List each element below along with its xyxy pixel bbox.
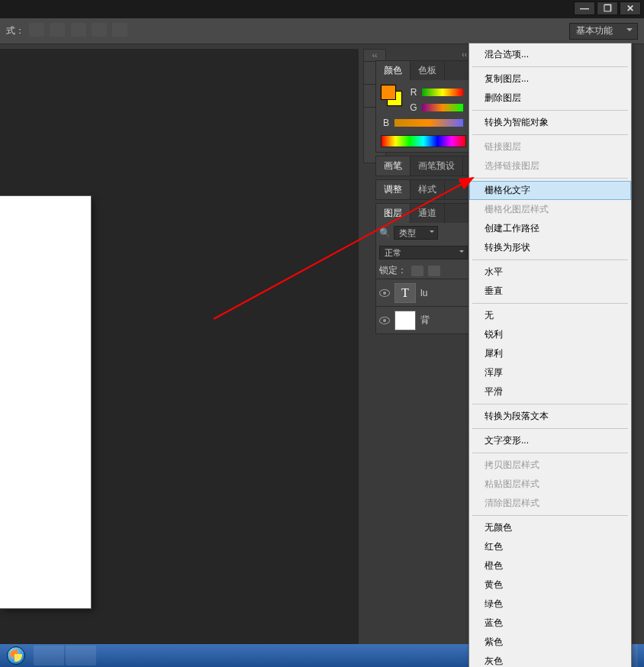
layer-name[interactable]: 背 [420, 314, 468, 327]
color-panel: 颜色 色板 R G B [375, 60, 472, 153]
g-label: G [408, 102, 419, 113]
panel-group: 颜色 色板 R G B 画笔 画笔预设 [375, 49, 472, 644]
tool-icon[interactable] [92, 23, 107, 37]
menu-item[interactable]: 转换为段落文本 [469, 407, 631, 426]
layer-item[interactable]: T lu [376, 279, 471, 306]
workspace-label: 基本功能 [576, 24, 613, 37]
tool-icon[interactable] [71, 23, 86, 37]
lock-pixels-icon[interactable] [428, 266, 440, 276]
foreground-color[interactable] [381, 85, 396, 100]
search-icon: 🔍 [379, 227, 391, 238]
menu-item[interactable]: 栅格化文字 [469, 181, 631, 200]
taskbar-app[interactable] [66, 646, 96, 665]
tab-styles[interactable]: 样式 [411, 180, 445, 199]
menu-item[interactable]: 无 [469, 306, 631, 325]
menu-item[interactable]: 犀利 [469, 344, 631, 363]
tab-adjust[interactable]: 调整 [376, 180, 411, 199]
menu-separator [472, 66, 628, 67]
menu-item: 选择链接图层 [469, 156, 631, 176]
filter-type-dropdown[interactable]: 类型 [394, 226, 438, 240]
layer-name[interactable]: lu [420, 288, 468, 298]
menu-item[interactable]: 平滑 [469, 382, 631, 401]
menu-item[interactable]: 创建工作路径 [469, 219, 631, 238]
menu-item[interactable]: 橙色 [469, 556, 631, 575]
menu-item[interactable]: 垂直 [469, 282, 631, 301]
foreground-background-swatch[interactable] [381, 85, 402, 106]
workspace-dropdown[interactable]: 基本功能 [569, 23, 638, 40]
menu-item[interactable]: 锐利 [469, 325, 631, 344]
windows-orb-icon [7, 646, 25, 665]
brush-panel: 画笔 画笔预设 [375, 156, 472, 176]
menu-item[interactable]: 灰色 [469, 652, 631, 667]
b-label: B [381, 118, 391, 128]
color-spectrum[interactable] [381, 135, 466, 147]
menu-separator [472, 404, 628, 404]
lock-row: 锁定： [376, 263, 471, 279]
menu-item[interactable]: 转换为形状 [469, 238, 631, 257]
layer-thumbnail-text[interactable]: T [394, 283, 416, 303]
tool-icon[interactable] [50, 23, 65, 37]
menu-separator [472, 110, 628, 111]
menu-separator [472, 134, 628, 135]
r-slider[interactable] [422, 89, 463, 96]
menu-item: 清除图层样式 [469, 494, 631, 513]
menu-item: 栅格化图层样式 [469, 200, 631, 219]
menu-separator [472, 428, 628, 429]
menu-item[interactable]: 绿色 [469, 594, 631, 614]
menu-item[interactable]: 混合选项... [469, 45, 631, 64]
maximize-button[interactable]: ❐ [597, 2, 618, 15]
titlebar: — ❐ ✕ [0, 0, 644, 18]
menu-item: 链接图层 [469, 137, 631, 156]
g-slider[interactable] [422, 104, 463, 111]
layer-context-menu: 混合选项...复制图层...删除图层转换为智能对象链接图层选择链接图层栅格化文字… [469, 43, 632, 667]
tab-brush-presets[interactable]: 画笔预设 [411, 156, 463, 176]
lock-label: 锁定： [379, 264, 407, 277]
minimize-button[interactable]: — [574, 2, 595, 15]
menu-item[interactable]: 蓝色 [469, 614, 631, 633]
menu-item[interactable]: 红色 [469, 537, 631, 556]
canvas-area [0, 49, 359, 644]
layer-item[interactable]: 背 [376, 306, 471, 334]
tool-icon[interactable] [112, 23, 127, 37]
tab-layers[interactable]: 图层 [376, 204, 411, 223]
tab-brush[interactable]: 画笔 [376, 156, 411, 176]
layer-thumbnail[interactable] [394, 311, 416, 330]
menu-item[interactable]: 复制图层... [469, 69, 631, 89]
menu-item[interactable]: 转换为智能对象 [469, 113, 631, 132]
menu-item[interactable]: 水平 [469, 263, 631, 282]
adjust-panel: 调整 样式 [375, 179, 472, 200]
start-button[interactable] [0, 644, 32, 667]
menu-separator [472, 515, 628, 516]
menu-item[interactable]: 黄色 [469, 575, 631, 594]
menu-item[interactable]: 文字变形... [469, 431, 631, 450]
close-button[interactable]: ✕ [620, 2, 641, 15]
menu-item[interactable]: 浑厚 [469, 363, 631, 382]
menu-item[interactable]: 无颜色 [469, 518, 631, 537]
tab-swatches[interactable]: 色板 [411, 61, 445, 80]
menu-separator [472, 303, 628, 304]
mode-label: 式： [6, 24, 24, 37]
tab-color[interactable]: 颜色 [376, 61, 411, 80]
layer-filter-row: 🔍 类型 [376, 223, 471, 243]
tab-channels[interactable]: 通道 [411, 204, 445, 223]
menu-item: 粘贴图层样式 [469, 475, 631, 494]
menu-item[interactable]: 紫色 [469, 633, 631, 652]
taskbar-app[interactable] [34, 646, 64, 665]
tool-icon[interactable] [29, 23, 44, 37]
r-label: R [408, 87, 419, 98]
menu-separator [472, 178, 628, 179]
menu-item[interactable]: 删除图层 [469, 89, 631, 108]
visibility-icon[interactable] [379, 289, 390, 297]
menu-separator [472, 259, 628, 260]
options-bar: 式： 基本功能 [0, 18, 644, 44]
blend-mode-dropdown[interactable]: 正常 [379, 246, 468, 259]
lock-transparency-icon[interactable] [411, 266, 423, 276]
document-canvas[interactable] [0, 196, 91, 608]
menu-item: 拷贝图层样式 [469, 456, 631, 475]
tool-icons [29, 23, 130, 39]
visibility-icon[interactable] [379, 317, 390, 324]
menu-separator [472, 453, 628, 453]
b-slider[interactable] [394, 119, 463, 127]
layers-panel: 图层 通道 🔍 类型 正常 锁定： T lu [375, 203, 472, 334]
